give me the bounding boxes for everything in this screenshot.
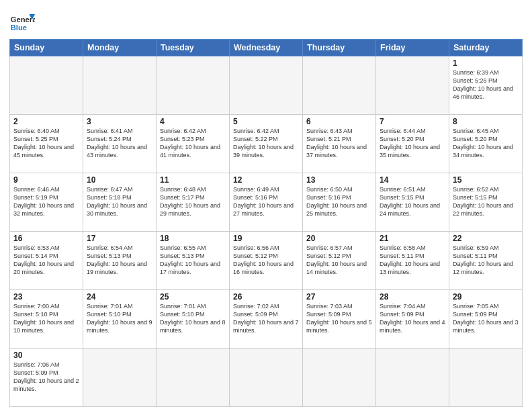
calendar-cell — [376, 56, 449, 115]
calendar-cell: 23Sunrise: 7:00 AM Sunset: 5:10 PM Dayli… — [10, 290, 83, 349]
calendar-cell: 16Sunrise: 6:53 AM Sunset: 5:14 PM Dayli… — [10, 232, 83, 290]
weekday-header-tuesday: Tuesday — [157, 40, 230, 56]
day-info: Sunrise: 6:44 AM Sunset: 5:20 PM Dayligh… — [380, 127, 445, 160]
calendar-cell — [157, 56, 230, 115]
weekday-header-wednesday: Wednesday — [230, 40, 303, 56]
week-row-5: 30Sunrise: 7:06 AM Sunset: 5:09 PM Dayli… — [10, 349, 523, 407]
calendar-cell: 19Sunrise: 6:56 AM Sunset: 5:12 PM Dayli… — [230, 232, 303, 290]
day-info: Sunrise: 6:56 AM Sunset: 5:12 PM Dayligh… — [233, 244, 299, 277]
day-info: Sunrise: 6:54 AM Sunset: 5:13 PM Dayligh… — [87, 244, 152, 277]
weekday-header-friday: Friday — [376, 40, 449, 56]
day-number: 26 — [233, 292, 299, 302]
calendar-cell: 11Sunrise: 6:48 AM Sunset: 5:17 PM Dayli… — [157, 173, 230, 232]
weekday-header-sunday: Sunday — [10, 40, 83, 56]
calendar-cell: 3Sunrise: 6:41 AM Sunset: 5:24 PM Daylig… — [83, 115, 157, 173]
day-info: Sunrise: 6:51 AM Sunset: 5:15 PM Dayligh… — [380, 185, 445, 218]
calendar-cell: 2Sunrise: 6:40 AM Sunset: 5:25 PM Daylig… — [10, 115, 83, 173]
calendar-cell — [376, 349, 449, 407]
day-info: Sunrise: 6:45 AM Sunset: 5:20 PM Dayligh… — [453, 127, 519, 160]
day-info: Sunrise: 6:48 AM Sunset: 5:17 PM Dayligh… — [160, 185, 226, 218]
day-info: Sunrise: 6:41 AM Sunset: 5:24 PM Dayligh… — [87, 127, 152, 160]
day-number: 23 — [13, 292, 79, 302]
calendar-cell: 14Sunrise: 6:51 AM Sunset: 5:15 PM Dayli… — [376, 173, 449, 232]
day-number: 13 — [306, 175, 372, 185]
day-info: Sunrise: 7:01 AM Sunset: 5:10 PM Dayligh… — [87, 302, 152, 335]
week-row-3: 16Sunrise: 6:53 AM Sunset: 5:14 PM Dayli… — [10, 232, 523, 290]
day-info: Sunrise: 6:49 AM Sunset: 5:16 PM Dayligh… — [233, 185, 299, 218]
day-info: Sunrise: 6:40 AM Sunset: 5:25 PM Dayligh… — [13, 127, 79, 160]
calendar-cell — [449, 349, 523, 407]
calendar-cell: 22Sunrise: 6:59 AM Sunset: 5:11 PM Dayli… — [449, 232, 523, 290]
page: General Blue SundayMondayTuesdayWednesda… — [0, 0, 532, 411]
calendar-cell: 6Sunrise: 6:43 AM Sunset: 5:21 PM Daylig… — [303, 115, 376, 173]
day-info: Sunrise: 6:59 AM Sunset: 5:11 PM Dayligh… — [453, 244, 519, 277]
day-number: 11 — [160, 175, 226, 185]
calendar-cell: 21Sunrise: 6:58 AM Sunset: 5:11 PM Dayli… — [376, 232, 449, 290]
calendar-cell — [157, 349, 230, 407]
day-number: 21 — [380, 234, 445, 243]
day-number: 2 — [13, 117, 79, 126]
calendar-cell: 25Sunrise: 7:01 AM Sunset: 5:10 PM Dayli… — [157, 290, 230, 349]
week-row-0: 1Sunrise: 6:39 AM Sunset: 5:26 PM Daylig… — [10, 56, 523, 115]
day-number: 9 — [13, 175, 79, 185]
day-number: 7 — [380, 117, 445, 126]
calendar-cell — [10, 56, 83, 115]
week-row-4: 23Sunrise: 7:00 AM Sunset: 5:10 PM Dayli… — [10, 290, 523, 349]
calendar-cell: 29Sunrise: 7:05 AM Sunset: 5:09 PM Dayli… — [449, 290, 523, 349]
calendar-cell — [303, 349, 376, 407]
day-number: 1 — [453, 58, 519, 68]
day-info: Sunrise: 6:46 AM Sunset: 5:19 PM Dayligh… — [13, 185, 79, 218]
day-number: 6 — [306, 117, 372, 126]
calendar-cell: 13Sunrise: 6:50 AM Sunset: 5:16 PM Dayli… — [303, 173, 376, 232]
calendar-cell: 4Sunrise: 6:42 AM Sunset: 5:23 PM Daylig… — [157, 115, 230, 173]
header: General Blue — [9, 7, 523, 35]
calendar-cell: 17Sunrise: 6:54 AM Sunset: 5:13 PM Dayli… — [83, 232, 157, 290]
day-number: 5 — [233, 117, 299, 126]
day-number: 20 — [306, 234, 372, 243]
calendar-cell: 5Sunrise: 6:42 AM Sunset: 5:22 PM Daylig… — [230, 115, 303, 173]
calendar-cell — [83, 56, 157, 115]
day-info: Sunrise: 6:42 AM Sunset: 5:22 PM Dayligh… — [233, 127, 299, 160]
calendar-cell: 20Sunrise: 6:57 AM Sunset: 5:12 PM Dayli… — [303, 232, 376, 290]
calendar-cell: 9Sunrise: 6:46 AM Sunset: 5:19 PM Daylig… — [10, 173, 83, 232]
day-info: Sunrise: 7:04 AM Sunset: 5:09 PM Dayligh… — [380, 302, 445, 335]
day-info: Sunrise: 6:47 AM Sunset: 5:18 PM Dayligh… — [87, 185, 152, 218]
svg-text:Blue: Blue — [11, 24, 27, 32]
weekday-header-monday: Monday — [83, 40, 157, 56]
calendar-cell: 27Sunrise: 7:03 AM Sunset: 5:09 PM Dayli… — [303, 290, 376, 349]
day-number: 17 — [87, 234, 152, 243]
calendar-cell: 8Sunrise: 6:45 AM Sunset: 5:20 PM Daylig… — [449, 115, 523, 173]
calendar-cell: 28Sunrise: 7:04 AM Sunset: 5:09 PM Dayli… — [376, 290, 449, 349]
day-number: 8 — [453, 117, 519, 126]
day-number: 28 — [380, 292, 445, 302]
weekday-header-saturday: Saturday — [449, 40, 523, 56]
logo: General Blue — [9, 9, 35, 35]
calendar-cell: 15Sunrise: 6:52 AM Sunset: 5:15 PM Dayli… — [449, 173, 523, 232]
day-number: 19 — [233, 234, 299, 243]
weekday-header-thursday: Thursday — [303, 40, 376, 56]
day-info: Sunrise: 7:00 AM Sunset: 5:10 PM Dayligh… — [13, 302, 79, 335]
day-number: 3 — [87, 117, 152, 126]
day-number: 14 — [380, 175, 445, 185]
day-number: 24 — [87, 292, 152, 302]
day-info: Sunrise: 7:02 AM Sunset: 5:09 PM Dayligh… — [233, 302, 299, 335]
week-row-2: 9Sunrise: 6:46 AM Sunset: 5:19 PM Daylig… — [10, 173, 523, 232]
calendar-cell: 7Sunrise: 6:44 AM Sunset: 5:20 PM Daylig… — [376, 115, 449, 173]
day-number: 12 — [233, 175, 299, 185]
day-info: Sunrise: 6:52 AM Sunset: 5:15 PM Dayligh… — [453, 185, 519, 218]
day-number: 10 — [87, 175, 152, 185]
day-info: Sunrise: 7:01 AM Sunset: 5:10 PM Dayligh… — [160, 302, 226, 335]
calendar-cell: 30Sunrise: 7:06 AM Sunset: 5:09 PM Dayli… — [10, 349, 83, 407]
day-info: Sunrise: 7:03 AM Sunset: 5:09 PM Dayligh… — [306, 302, 372, 335]
day-number: 4 — [160, 117, 226, 126]
calendar-cell: 18Sunrise: 6:55 AM Sunset: 5:13 PM Dayli… — [157, 232, 230, 290]
day-info: Sunrise: 6:53 AM Sunset: 5:14 PM Dayligh… — [13, 244, 79, 277]
calendar-cell: 24Sunrise: 7:01 AM Sunset: 5:10 PM Dayli… — [83, 290, 157, 349]
calendar-cell — [83, 349, 157, 407]
day-number: 30 — [13, 351, 79, 360]
day-number: 25 — [160, 292, 226, 302]
calendar-cell — [303, 56, 376, 115]
day-info: Sunrise: 7:06 AM Sunset: 5:09 PM Dayligh… — [13, 361, 79, 394]
day-number: 27 — [306, 292, 372, 302]
day-info: Sunrise: 6:42 AM Sunset: 5:23 PM Dayligh… — [160, 127, 226, 160]
